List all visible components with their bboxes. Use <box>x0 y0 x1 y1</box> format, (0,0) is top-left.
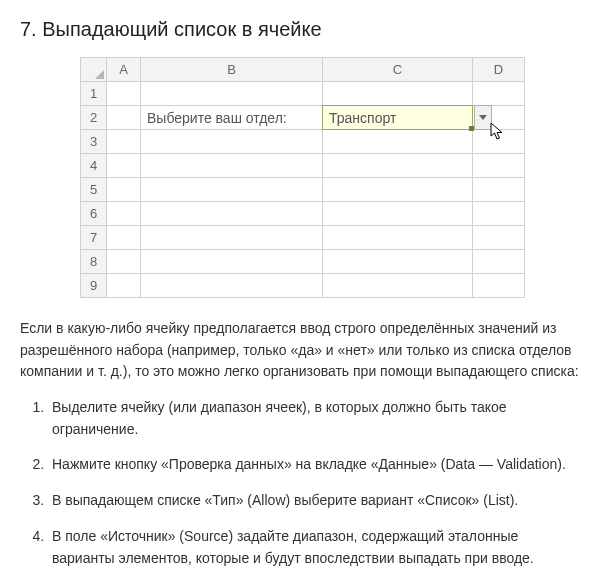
step-2: Нажмите кнопку «Проверка данных» на вкла… <box>48 454 584 476</box>
cell[interactable] <box>141 274 323 298</box>
cell[interactable] <box>107 250 141 274</box>
cell[interactable] <box>107 202 141 226</box>
label-text: Выберите ваш отдел: <box>141 106 322 129</box>
cell[interactable] <box>473 226 525 250</box>
cell[interactable] <box>323 178 473 202</box>
cell[interactable] <box>323 130 473 154</box>
cell[interactable] <box>323 250 473 274</box>
cell[interactable] <box>141 130 323 154</box>
cell[interactable] <box>473 250 525 274</box>
step-3: В выпадающем списке «Тип» (Allow) выбери… <box>48 490 584 512</box>
row-header-4[interactable]: 4 <box>81 154 107 178</box>
section-heading: 7. Выпадающий список в ячейке <box>20 18 584 41</box>
cell[interactable] <box>107 154 141 178</box>
row-header-8[interactable]: 8 <box>81 250 107 274</box>
col-header-c[interactable]: C <box>323 58 473 82</box>
cell[interactable] <box>473 202 525 226</box>
chevron-down-icon <box>479 115 487 120</box>
cell[interactable] <box>473 154 525 178</box>
row-header-9[interactable]: 9 <box>81 274 107 298</box>
spreadsheet-screenshot: A B C D 1 2 Выберите ваш отдел: Транспор… <box>80 57 584 298</box>
cell[interactable] <box>107 130 141 154</box>
steps-list: Выделите ячейку (или диапазон ячеек), в … <box>20 397 584 569</box>
cell[interactable] <box>473 178 525 202</box>
cell[interactable] <box>323 274 473 298</box>
cell[interactable] <box>323 226 473 250</box>
col-header-d[interactable]: D <box>473 58 525 82</box>
step-4: В поле «Источник» (Source) задайте диапа… <box>48 526 584 569</box>
cell[interactable] <box>323 202 473 226</box>
row-header-3[interactable]: 3 <box>81 130 107 154</box>
cell[interactable] <box>141 226 323 250</box>
step-1: Выделите ячейку (или диапазон ячеек), в … <box>48 397 584 440</box>
cell[interactable] <box>473 274 525 298</box>
cell[interactable] <box>141 202 323 226</box>
cursor-icon <box>490 122 506 140</box>
cell-c1[interactable] <box>323 82 473 106</box>
cell-d1[interactable] <box>473 82 525 106</box>
cell-a1[interactable] <box>107 82 141 106</box>
cell[interactable] <box>323 154 473 178</box>
col-header-a[interactable]: A <box>107 58 141 82</box>
cell-b1[interactable] <box>141 82 323 106</box>
cell[interactable] <box>141 154 323 178</box>
dropdown-value: Транспорт <box>323 106 472 129</box>
cell[interactable] <box>141 178 323 202</box>
cell-b2[interactable]: Выберите ваш отдел: <box>141 106 323 130</box>
row-header-5[interactable]: 5 <box>81 178 107 202</box>
row-header-1[interactable]: 1 <box>81 82 107 106</box>
spreadsheet-grid: A B C D 1 2 Выберите ваш отдел: Транспор… <box>80 57 525 298</box>
row-header-7[interactable]: 7 <box>81 226 107 250</box>
cell[interactable] <box>107 226 141 250</box>
cell[interactable] <box>107 178 141 202</box>
cell-c2-dropdown[interactable]: Транспорт <box>323 106 473 130</box>
cell-a2[interactable] <box>107 106 141 130</box>
row-header-2[interactable]: 2 <box>81 106 107 130</box>
cell[interactable] <box>141 250 323 274</box>
intro-paragraph: Если в какую-либо ячейку предполагается … <box>20 318 584 383</box>
row-header-6[interactable]: 6 <box>81 202 107 226</box>
col-header-b[interactable]: B <box>141 58 323 82</box>
select-all-corner[interactable] <box>81 58 107 82</box>
cell[interactable] <box>107 274 141 298</box>
